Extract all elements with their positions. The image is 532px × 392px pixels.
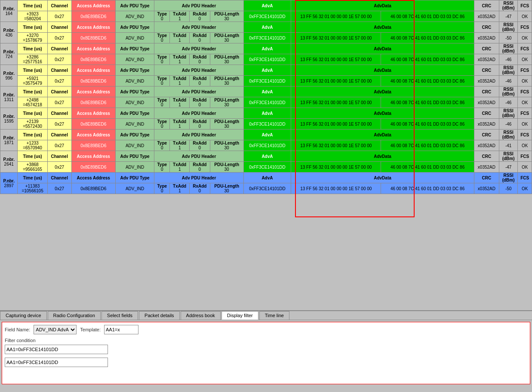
- rssi-val-cell: -50: [499, 183, 517, 194]
- pdu-header-cell: Adv PDU Header: [154, 108, 243, 119]
- access-val-cell: 0x8E89BED6: [71, 76, 115, 86]
- table-row-data-3[interactable]: +5921=3575479 0x27 0x8E89BED6 ADV_IND Ty…: [0, 76, 532, 86]
- channel-val-cell: 0x27: [47, 54, 71, 65]
- tab-time-line[interactable]: Time line: [259, 311, 289, 320]
- pnbr-cell: P.nbr.436: [0, 22, 18, 43]
- pdu-type-header-cell: Adv PDU Type: [115, 173, 154, 183]
- crc-header-cell: CRC: [474, 65, 499, 76]
- fcs-val-cell: OK: [518, 119, 532, 130]
- fcs-header-cell: FCS: [518, 65, 532, 76]
- time-header-cell: Time (us): [18, 65, 47, 76]
- table-row-data-0[interactable]: +3923=580204 0x27 0x8E89BED6 ADV_IND Typ…: [0, 11, 532, 22]
- pdu-header-cell: Adv PDU Header: [154, 130, 243, 140]
- channel-val-cell: 0x27: [47, 33, 71, 43]
- access-val-cell: 0x8E89BED6: [71, 183, 115, 194]
- rssi-header-cell: RSSI(dBm): [499, 151, 517, 162]
- pdulen-cell: PDU-Length30: [210, 11, 243, 22]
- fcs-val-cell: OK: [518, 162, 532, 173]
- tab-address-book[interactable]: Address book: [181, 311, 221, 320]
- rssi-val-cell: -46: [499, 54, 517, 65]
- advdata-header-cell: AdvData: [291, 86, 474, 97]
- pdu-type-num-cell: Type0: [154, 162, 170, 173]
- channel-header-cell: Channel: [47, 173, 71, 183]
- table-row-data-4[interactable]: +2498=4574218 0x27 0x8E89BED6 ADV_IND Ty…: [0, 97, 532, 108]
- adva-val-cell: 0xFF3CE14101DD: [243, 54, 291, 65]
- time-delta-cell: +11383=10566105: [18, 183, 47, 194]
- advdata1-cell: 13 FF 56 32 01 00 00 00 1E 57 00 00: [291, 140, 381, 151]
- fcs-header-cell: FCS: [518, 22, 532, 33]
- adva-header-cell: AdvA: [243, 43, 291, 54]
- table-row-data-5[interactable]: +2139=5572430 0x27 0x8E89BED6 ADV_IND Ty…: [0, 119, 532, 130]
- pnbr-cell: P.nbr.1311: [0, 86, 18, 108]
- main-container: P.nbr.164 Time (us) Channel Access Addre…: [0, 0, 532, 392]
- advdata2-cell: 46 00 08 7C 41 60 01 DD 03 03 DC 86: [381, 183, 474, 194]
- pdu-type-header-cell: Adv PDU Type: [115, 130, 154, 140]
- access-header-cell: Access Address: [71, 43, 115, 54]
- rxadd-cell: RxAdd0: [190, 11, 210, 22]
- advdata2-cell: 46 00 08 7C 41 60 01 DD 03 03 DC 86: [381, 140, 474, 151]
- table-row-header-5: P.nbr.1595 Time (us) Channel Access Addr…: [0, 108, 532, 119]
- advdata-header-cell: AdvData: [291, 22, 474, 33]
- pdulen-cell: PDU-Length30: [210, 76, 243, 86]
- crc-val-cell: x0352AD: [474, 140, 499, 151]
- rxadd-cell: RxAdd0: [190, 183, 210, 194]
- crc-val-cell: x0352AD: [474, 162, 499, 173]
- adva-val-cell: 0xFF3CE14101DD: [243, 140, 291, 151]
- table-row-data-2[interactable]: +3286=2577516 0x27 0x8E89BED6 ADV_IND Ty…: [0, 54, 532, 65]
- channel-val-cell: 0x27: [47, 76, 71, 86]
- table-row-data-6[interactable]: +1233=6570940 0x27 0x8E89BED6 ADV_IND Ty…: [0, 140, 532, 151]
- crc-header-cell: CRC: [474, 43, 499, 54]
- table-row-header-6: P.nbr.1871 Time (us) Channel Access Addr…: [0, 130, 532, 140]
- access-header-cell: Access Address: [71, 130, 115, 140]
- txadd-cell: TxAdd1: [170, 119, 190, 130]
- fcs-header-cell: FCS: [518, 43, 532, 54]
- pdulen-cell: PDU-Length30: [210, 140, 243, 151]
- fcs-val-cell: OK: [518, 183, 532, 194]
- pdu-type-val-cell: ADV_IND: [115, 140, 154, 151]
- tab-capturing-device[interactable]: Capturing device: [0, 311, 47, 320]
- rxadd-cell: RxAdd0: [190, 162, 210, 173]
- crc-header-cell: CRC: [474, 0, 499, 11]
- access-val-cell: 0x8E89BED6: [71, 54, 115, 65]
- filter-condition-label: Filter condition: [5, 338, 36, 343]
- bottom-area: Capturing deviceRadio ConfigurationSelec…: [0, 310, 532, 392]
- table-row-header-7: P.nbr.2641 Time (us) Channel Access Addr…: [0, 151, 532, 162]
- tab-display-filter[interactable]: Display filter: [221, 311, 258, 320]
- channel-header-cell: Channel: [47, 151, 71, 162]
- pnbr-cell: P.nbr.1871: [0, 130, 18, 151]
- table-row-data-8[interactable]: +11383=10566105 0x27 0x8E89BED6 ADV_IND …: [0, 183, 532, 194]
- adva-val-cell: 0xFF3CE14101DD: [243, 162, 291, 173]
- rssi-header-cell: RSSI(dBm): [499, 173, 517, 183]
- txadd-cell: TxAdd1: [170, 140, 190, 151]
- tab-radio-configuration[interactable]: Radio Configuration: [48, 311, 101, 320]
- advdata1-cell: 13 FF 56 32 01 00 00 00 1E 57 00 00: [291, 162, 381, 173]
- time-delta-cell: +3923=580204: [18, 11, 47, 22]
- advdata-header-cell: AdvData: [291, 43, 474, 54]
- rssi-val-cell: -46: [499, 119, 517, 130]
- field-name-select[interactable]: ADV_IND AdvA: [34, 325, 77, 334]
- pdulen-cell: PDU-Length30: [210, 162, 243, 173]
- time-header-cell: Time (us): [18, 86, 47, 97]
- adva-val-cell: 0xFF3CE14101DD: [243, 183, 291, 194]
- template-input[interactable]: [104, 325, 138, 334]
- pdu-type-val-cell: ADV_IND: [115, 183, 154, 194]
- fcs-header-cell: FCS: [518, 173, 532, 183]
- adva-header-cell: AdvA: [243, 0, 291, 11]
- pdu-type-num-cell: Type0: [154, 76, 170, 86]
- crc-header-cell: CRC: [474, 108, 499, 119]
- filter-result-input[interactable]: [5, 358, 108, 367]
- pdu-type-header-cell: Adv PDU Type: [115, 0, 154, 11]
- template-label: Template:: [80, 327, 101, 332]
- table-row-data-1[interactable]: +3270=1578679 0x27 0x8E89BED6 ADV_IND Ty…: [0, 33, 532, 43]
- filter-condition-input[interactable]: [5, 345, 108, 354]
- txadd-cell: TxAdd1: [170, 76, 190, 86]
- time-delta-cell: +3868=9566165: [18, 162, 47, 173]
- access-val-cell: 0x8E89BED6: [71, 11, 115, 22]
- table-row-data-7[interactable]: +3868=9566165 0x27 0x8E89BED6 ADV_IND Ty…: [0, 162, 532, 173]
- pdu-type-header-cell: Adv PDU Type: [115, 108, 154, 119]
- adva-header-cell: AdvA: [243, 108, 291, 119]
- tab-packet-details[interactable]: Packet details: [139, 311, 179, 320]
- tab-select-fields[interactable]: Select fields: [101, 311, 138, 320]
- channel-val-cell: 0x27: [47, 140, 71, 151]
- channel-val-cell: 0x27: [47, 97, 71, 108]
